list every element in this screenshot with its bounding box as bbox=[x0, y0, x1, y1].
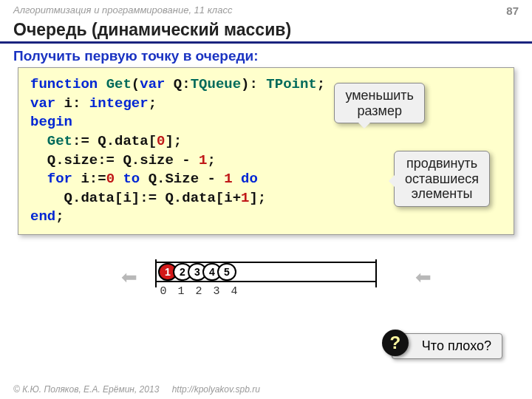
slide-header: Алгоритмизация и программирование, 11 кл… bbox=[0, 0, 532, 18]
callout-shift-elements: продвинуть оставшиеся элементы bbox=[394, 151, 490, 207]
course-label: Алгоритмизация и программирование, 11 кл… bbox=[13, 4, 232, 17]
queue-diagram: ⬅ 1 2 3 4 5 0 1 2 3 4 ⬅ bbox=[111, 254, 421, 313]
slide-title: Очередь (динамический массив) bbox=[0, 18, 532, 44]
queue-cells: 1 2 3 4 5 bbox=[158, 263, 236, 281]
code-block: function Get(var Q:TQueue): TPoint; var … bbox=[18, 67, 514, 235]
slide-subtitle: Получить первую точку в очереди: bbox=[0, 44, 532, 67]
arrow-right-icon: ⬅ bbox=[415, 266, 432, 289]
question-text: Что плохо? bbox=[422, 338, 491, 353]
page-number: 87 bbox=[506, 4, 519, 17]
question-callout: ? Что плохо? bbox=[392, 333, 502, 359]
callout-reduce-size: уменьшить размер bbox=[334, 83, 425, 123]
queue-indices: 0 1 2 3 4 bbox=[158, 285, 239, 298]
arrow-left-icon: ⬅ bbox=[121, 266, 137, 289]
slide-footer: © К.Ю. Поляков, Е.А. Ерёмин, 2013 http:/… bbox=[13, 384, 260, 395]
footer-url: http://kpolyakov.spb.ru bbox=[172, 384, 260, 395]
copyright: © К.Ю. Поляков, Е.А. Ерёмин, 2013 bbox=[13, 384, 159, 395]
question-mark-icon: ? bbox=[382, 330, 409, 356]
queue-cell: 5 bbox=[217, 263, 236, 281]
